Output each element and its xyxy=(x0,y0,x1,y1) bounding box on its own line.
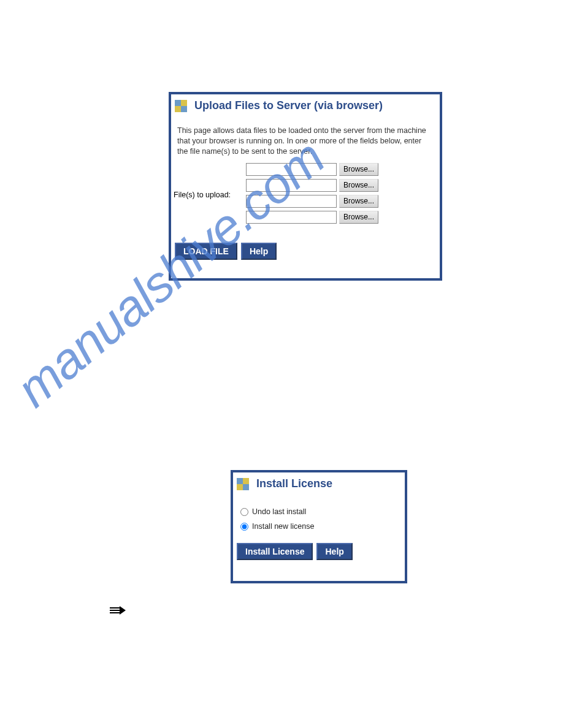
upload-description: This page allows data files to be loaded… xyxy=(171,118,440,159)
browse-button-2[interactable]: Browse... xyxy=(339,179,378,192)
svg-marker-3 xyxy=(120,606,126,615)
undo-radio[interactable] xyxy=(240,508,248,516)
upload-panel-header: Upload Files to Server (via browser) xyxy=(171,94,440,118)
file-input-2[interactable] xyxy=(246,179,337,192)
help-button[interactable]: Help xyxy=(316,543,352,560)
logo-icon xyxy=(237,478,249,490)
file-input-3[interactable] xyxy=(246,195,337,208)
upload-form: File(s) to upload: Browse... Browse... B… xyxy=(171,159,440,227)
upload-panel-footer: LOAD FILE Help xyxy=(171,237,440,264)
upload-panel-title: Upload Files to Server (via browser) xyxy=(194,99,383,112)
load-file-button[interactable]: LOAD FILE xyxy=(175,243,237,260)
license-panel-header: Install License xyxy=(233,472,405,496)
radio-row-install: Install new license xyxy=(240,522,397,531)
file-row: Browse... xyxy=(246,163,434,176)
file-input-4[interactable] xyxy=(246,211,337,224)
browse-button-1[interactable]: Browse... xyxy=(339,163,378,176)
license-panel: Install License Undo last install Instal… xyxy=(231,470,407,583)
install-label: Install new license xyxy=(252,522,314,531)
license-panel-title: Install License xyxy=(256,477,332,490)
file-row: Browse... xyxy=(246,195,434,208)
upload-panel: Upload Files to Server (via browser) Thi… xyxy=(169,92,442,281)
browse-button-4[interactable]: Browse... xyxy=(339,211,378,224)
browse-button-3[interactable]: Browse... xyxy=(339,195,378,208)
undo-label: Undo last install xyxy=(252,507,306,516)
license-panel-footer: Install License Help xyxy=(233,537,405,564)
radio-row-undo: Undo last install xyxy=(240,507,397,516)
license-options: Undo last install Install new license xyxy=(233,496,405,531)
files-label: File(s) to upload: xyxy=(174,191,246,199)
file-input-1[interactable] xyxy=(246,163,337,176)
install-radio[interactable] xyxy=(240,523,248,531)
arrow-bullet-icon xyxy=(110,604,126,618)
file-row: Browse... xyxy=(246,211,434,224)
help-button[interactable]: Help xyxy=(241,243,277,260)
install-license-button[interactable]: Install License xyxy=(237,543,313,560)
file-row: Browse... xyxy=(246,179,434,192)
logo-icon xyxy=(175,100,187,112)
